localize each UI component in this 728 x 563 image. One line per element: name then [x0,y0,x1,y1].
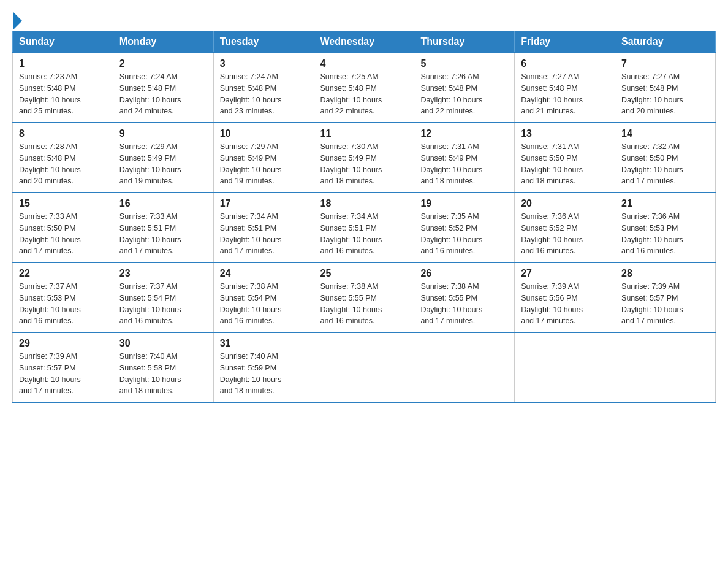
day-info: Sunrise: 7:36 AMSunset: 5:53 PMDaylight:… [621,211,709,257]
day-info: Sunrise: 7:39 AMSunset: 5:57 PMDaylight:… [621,281,709,327]
day-info: Sunrise: 7:38 AMSunset: 5:54 PMDaylight:… [220,281,308,327]
day-number: 1 [19,58,107,69]
day-info: Sunrise: 7:31 AMSunset: 5:49 PMDaylight:… [420,141,508,187]
day-number: 4 [320,58,408,69]
day-info: Sunrise: 7:27 AMSunset: 5:48 PMDaylight:… [621,71,709,117]
calendar-cell: 12 Sunrise: 7:31 AMSunset: 5:49 PMDaylig… [414,123,515,193]
day-number: 16 [119,198,207,209]
calendar-cell [314,332,414,402]
day-number: 26 [420,268,508,279]
day-info: Sunrise: 7:35 AMSunset: 5:52 PMDaylight:… [420,211,508,257]
day-info: Sunrise: 7:29 AMSunset: 5:49 PMDaylight:… [119,141,207,187]
calendar-cell [615,332,716,402]
day-number: 12 [420,128,508,139]
calendar-cell: 13 Sunrise: 7:31 AMSunset: 5:50 PMDaylig… [515,123,615,193]
day-number: 8 [19,128,107,139]
calendar-cell [515,332,615,402]
day-info: Sunrise: 7:38 AMSunset: 5:55 PMDaylight:… [320,281,408,327]
weekday-header-sunday: Sunday [13,31,113,53]
calendar-cell [414,332,515,402]
day-number: 15 [19,198,107,209]
calendar-cell: 14 Sunrise: 7:32 AMSunset: 5:50 PMDaylig… [615,123,716,193]
day-number: 22 [19,268,107,279]
day-info: Sunrise: 7:25 AMSunset: 5:48 PMDaylight:… [320,71,408,117]
calendar-cell: 2 Sunrise: 7:24 AMSunset: 5:48 PMDayligh… [113,53,213,123]
day-number: 21 [621,198,709,209]
calendar-table: SundayMondayTuesdayWednesdayThursdayFrid… [12,31,716,403]
day-number: 25 [320,268,408,279]
day-info: Sunrise: 7:33 AMSunset: 5:51 PMDaylight:… [119,211,207,257]
day-info: Sunrise: 7:24 AMSunset: 5:48 PMDaylight:… [119,71,207,117]
day-info: Sunrise: 7:39 AMSunset: 5:56 PMDaylight:… [521,281,609,327]
calendar-cell: 16 Sunrise: 7:33 AMSunset: 5:51 PMDaylig… [113,193,213,262]
day-number: 6 [521,58,609,69]
calendar-cell: 6 Sunrise: 7:27 AMSunset: 5:48 PMDayligh… [515,53,615,123]
day-number: 5 [420,58,508,69]
calendar-cell: 23 Sunrise: 7:37 AMSunset: 5:54 PMDaylig… [113,262,213,332]
calendar-cell: 20 Sunrise: 7:36 AMSunset: 5:52 PMDaylig… [515,193,615,262]
day-number: 9 [119,128,207,139]
calendar-week-row: 29 Sunrise: 7:39 AMSunset: 5:57 PMDaylig… [13,332,716,402]
day-info: Sunrise: 7:34 AMSunset: 5:51 PMDaylight:… [220,211,308,257]
day-number: 24 [220,268,308,279]
calendar-cell: 10 Sunrise: 7:29 AMSunset: 5:49 PMDaylig… [213,123,314,193]
day-number: 13 [521,128,609,139]
day-info: Sunrise: 7:40 AMSunset: 5:58 PMDaylight:… [119,351,207,397]
day-number: 23 [119,268,207,279]
day-number: 2 [119,58,207,69]
calendar-cell: 8 Sunrise: 7:28 AMSunset: 5:48 PMDayligh… [13,123,113,193]
day-info: Sunrise: 7:39 AMSunset: 5:57 PMDaylight:… [19,351,107,397]
day-number: 3 [220,58,308,69]
day-info: Sunrise: 7:38 AMSunset: 5:55 PMDaylight:… [420,281,508,327]
calendar-cell: 30 Sunrise: 7:40 AMSunset: 5:58 PMDaylig… [113,332,213,402]
day-info: Sunrise: 7:30 AMSunset: 5:49 PMDaylight:… [320,141,408,187]
day-info: Sunrise: 7:23 AMSunset: 5:48 PMDaylight:… [19,71,107,117]
day-number: 11 [320,128,408,139]
day-info: Sunrise: 7:27 AMSunset: 5:48 PMDaylight:… [521,71,609,117]
calendar-cell: 4 Sunrise: 7:25 AMSunset: 5:48 PMDayligh… [314,53,414,123]
calendar-week-row: 22 Sunrise: 7:37 AMSunset: 5:53 PMDaylig… [13,262,716,332]
day-info: Sunrise: 7:26 AMSunset: 5:48 PMDaylight:… [420,71,508,117]
calendar-cell: 22 Sunrise: 7:37 AMSunset: 5:53 PMDaylig… [13,262,113,332]
day-number: 14 [621,128,709,139]
calendar-cell: 31 Sunrise: 7:40 AMSunset: 5:59 PMDaylig… [213,332,314,402]
day-number: 31 [220,338,308,349]
day-number: 7 [621,58,709,69]
day-info: Sunrise: 7:32 AMSunset: 5:50 PMDaylight:… [621,141,709,187]
calendar-week-row: 15 Sunrise: 7:33 AMSunset: 5:50 PMDaylig… [13,193,716,262]
day-number: 18 [320,198,408,209]
day-info: Sunrise: 7:28 AMSunset: 5:48 PMDaylight:… [19,141,107,187]
day-number: 30 [119,338,207,349]
weekday-header-wednesday: Wednesday [314,31,414,53]
weekday-header-saturday: Saturday [615,31,716,53]
calendar-cell: 15 Sunrise: 7:33 AMSunset: 5:50 PMDaylig… [13,193,113,262]
calendar-cell: 25 Sunrise: 7:38 AMSunset: 5:55 PMDaylig… [314,262,414,332]
logo-arrow-icon [13,12,22,29]
day-number: 27 [521,268,609,279]
day-number: 29 [19,338,107,349]
weekday-header-tuesday: Tuesday [213,31,314,53]
calendar-cell: 5 Sunrise: 7:26 AMSunset: 5:48 PMDayligh… [414,53,515,123]
calendar-cell: 3 Sunrise: 7:24 AMSunset: 5:48 PMDayligh… [213,53,314,123]
calendar-cell: 21 Sunrise: 7:36 AMSunset: 5:53 PMDaylig… [615,193,716,262]
calendar-cell: 1 Sunrise: 7:23 AMSunset: 5:48 PMDayligh… [13,53,113,123]
day-number: 28 [621,268,709,279]
day-number: 19 [420,198,508,209]
calendar-cell: 24 Sunrise: 7:38 AMSunset: 5:54 PMDaylig… [213,262,314,332]
day-info: Sunrise: 7:33 AMSunset: 5:50 PMDaylight:… [19,211,107,257]
calendar-cell: 29 Sunrise: 7:39 AMSunset: 5:57 PMDaylig… [13,332,113,402]
page-header [12,12,716,25]
day-number: 10 [220,128,308,139]
calendar-cell: 17 Sunrise: 7:34 AMSunset: 5:51 PMDaylig… [213,193,314,262]
calendar-cell: 27 Sunrise: 7:39 AMSunset: 5:56 PMDaylig… [515,262,615,332]
day-info: Sunrise: 7:34 AMSunset: 5:51 PMDaylight:… [320,211,408,257]
calendar-cell: 18 Sunrise: 7:34 AMSunset: 5:51 PMDaylig… [314,193,414,262]
weekday-header-thursday: Thursday [414,31,515,53]
calendar-week-row: 8 Sunrise: 7:28 AMSunset: 5:48 PMDayligh… [13,123,716,193]
weekday-header-friday: Friday [515,31,615,53]
weekday-header-row: SundayMondayTuesdayWednesdayThursdayFrid… [13,31,716,53]
day-number: 20 [521,198,609,209]
weekday-header-monday: Monday [113,31,213,53]
calendar-cell: 9 Sunrise: 7:29 AMSunset: 5:49 PMDayligh… [113,123,213,193]
calendar-week-row: 1 Sunrise: 7:23 AMSunset: 5:48 PMDayligh… [13,53,716,123]
